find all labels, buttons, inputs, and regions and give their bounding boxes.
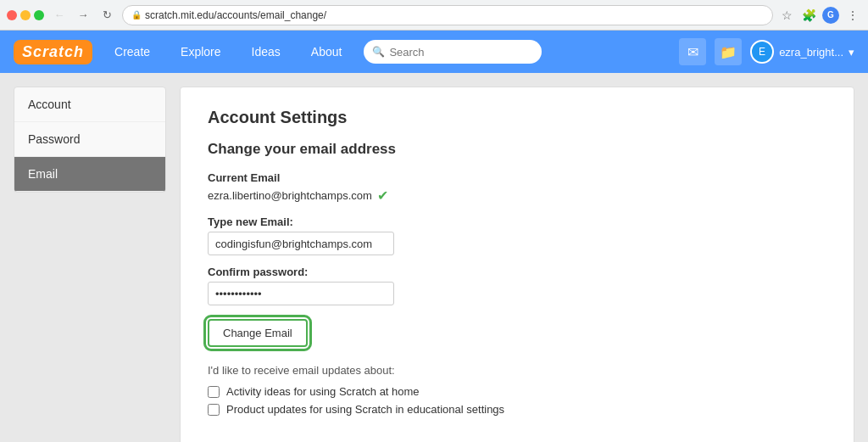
bookmark-icon[interactable]: ☆ [778, 7, 795, 24]
forward-button[interactable]: → [73, 5, 93, 25]
user-dropdown-arrow: ▾ [849, 46, 854, 59]
maximize-window-button[interactable] [34, 10, 44, 20]
browser-navigation: ← → ↻ [49, 5, 117, 25]
section-title: Change your email address [208, 141, 826, 158]
messages-icon[interactable]: ✉ [679, 38, 706, 65]
current-email-group: Current Email ezra.libertino@brightchamp… [208, 171, 826, 204]
minimize-window-button[interactable] [20, 10, 31, 20]
browser-window-buttons [7, 10, 44, 20]
nav-item-about[interactable]: About [303, 40, 351, 64]
browser-profile-icon[interactable]: G [822, 7, 839, 24]
sidebar-item-password[interactable]: Password [14, 122, 165, 157]
refresh-button[interactable]: ↻ [97, 5, 117, 25]
extensions-icon[interactable]: 🧩 [800, 7, 817, 24]
user-menu[interactable]: E ezra_bright... ▾ [750, 40, 854, 64]
current-email-text: ezra.libertino@brightchamps.com [208, 189, 372, 202]
scratch-navbar: Scratch Create Explore Ideas About 🔍 ✉ 📁… [0, 31, 868, 73]
search-input[interactable] [364, 40, 542, 64]
menu-icon[interactable]: ⋮ [844, 7, 861, 24]
new-email-input[interactable] [208, 232, 394, 255]
address-bar[interactable]: 🔒 scratch.mit.edu/accounts/email_change/ [122, 5, 773, 25]
confirm-password-input[interactable] [208, 282, 394, 305]
close-window-button[interactable] [7, 10, 17, 20]
browser-toolbar-icons: ☆ 🧩 G ⋮ [778, 7, 861, 24]
lock-icon: 🔒 [131, 10, 142, 20]
settings-card: Account Settings Change your email addre… [180, 87, 854, 442]
main-content: Account Settings Change your email addre… [180, 87, 854, 442]
search-wrapper: 🔍 [364, 40, 601, 64]
page-content: Account Password Email Account Settings … [0, 73, 868, 442]
sidebar-item-account[interactable]: Account [14, 87, 165, 122]
user-avatar: E [750, 40, 774, 64]
nav-item-explore[interactable]: Explore [172, 40, 229, 64]
product-updates-checkbox[interactable] [208, 404, 220, 416]
confirm-password-label: Confirm password: [208, 266, 826, 278]
folder-icon[interactable]: 📁 [715, 38, 742, 65]
back-button[interactable]: ← [49, 5, 70, 25]
product-updates-label: Product updates for using Scratch in edu… [226, 403, 504, 416]
confirm-password-group: Confirm password: [208, 266, 826, 305]
nav-item-create[interactable]: Create [106, 40, 159, 64]
page-title: Account Settings [208, 108, 826, 127]
activity-ideas-checkbox[interactable] [208, 386, 220, 398]
email-preferences-section: I'd like to receive email updates about:… [208, 364, 826, 416]
checkbox-item-home[interactable]: Activity ideas for using Scratch at home [208, 385, 826, 398]
browser-chrome: ← → ↻ 🔒 scratch.mit.edu/accounts/email_c… [0, 0, 868, 31]
current-email-label: Current Email [208, 171, 826, 184]
settings-sidebar: Account Password Email [14, 87, 166, 193]
activity-ideas-label: Activity ideas for using Scratch at home [226, 385, 420, 398]
new-email-group: Type new Email: [208, 215, 826, 255]
change-email-button[interactable]: Change Email [208, 319, 308, 347]
updates-label: I'd like to receive email updates about: [208, 364, 826, 377]
nav-item-ideas[interactable]: Ideas [243, 40, 289, 64]
username-label: ezra_bright... [779, 46, 843, 59]
new-email-label: Type new Email: [208, 215, 826, 228]
address-text: scratch.mit.edu/accounts/email_change/ [145, 9, 326, 21]
current-email-value: ezra.libertino@brightchamps.com ✔ [208, 187, 826, 204]
search-icon: 🔍 [372, 46, 385, 58]
sidebar-item-email[interactable]: Email [14, 157, 165, 192]
verified-check-icon: ✔ [377, 187, 388, 204]
scratch-logo[interactable]: Scratch [14, 40, 92, 64]
checkbox-item-education[interactable]: Product updates for using Scratch in edu… [208, 403, 826, 416]
nav-right-section: ✉ 📁 E ezra_bright... ▾ [679, 38, 854, 65]
